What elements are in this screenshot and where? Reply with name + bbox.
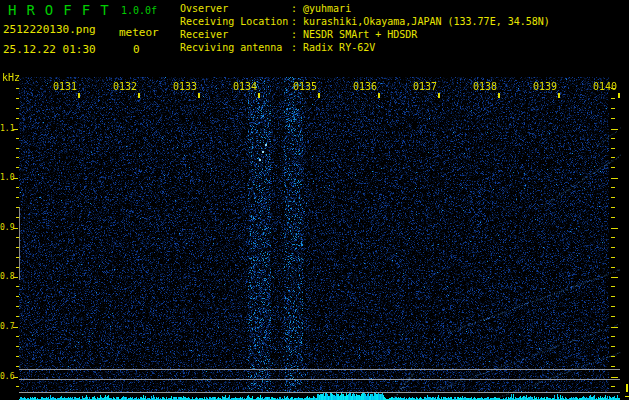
y-axis-minor-tick: [16, 316, 19, 317]
info-row-location: Receiving Location : kurashiki,Okayama,J…: [180, 16, 629, 29]
y-axis-minor-tick-right: [611, 306, 615, 307]
y-axis-minor-tick-right: [611, 336, 615, 337]
y-axis-minor-tick: [16, 88, 19, 89]
y-axis-minor-tick: [16, 356, 19, 357]
y-axis-minor-tick: [16, 386, 19, 387]
right-edge-mark: [626, 384, 628, 392]
x-axis-tick: [198, 93, 200, 98]
info-label: Receiving Location: [180, 16, 290, 27]
info-value: @yuhmari: [303, 3, 351, 14]
info-row-observer: Ovserver : @yuhmari: [180, 3, 629, 16]
x-axis-label: 0136: [352, 81, 378, 92]
info-value: NESDR SMArt + HDSDR: [303, 29, 417, 40]
info-row-receiver: Receiver : NESDR SMArt + HDSDR: [180, 29, 629, 42]
output-filename: 2512220130.png: [3, 23, 96, 36]
x-axis-tick: [498, 93, 500, 98]
y-axis-minor-tick-right: [611, 207, 615, 208]
y-axis-minor-tick-right: [611, 118, 615, 119]
x-axis-label: 0132: [112, 81, 138, 92]
y-axis-minor-tick-right: [611, 366, 615, 367]
y-axis-minor-tick: [16, 346, 19, 347]
y-axis-minor-tick: [16, 197, 19, 198]
y-axis-minor-tick: [16, 157, 19, 158]
x-axis-label: 0138: [472, 81, 498, 92]
x-axis-label: 0137: [412, 81, 438, 92]
y-axis-minor-tick-right: [611, 286, 615, 287]
x-axis-tick: [138, 93, 140, 98]
y-axis-label: 0.7: [0, 322, 14, 331]
info-label: Receiver: [180, 29, 290, 40]
y-axis-minor-tick-right: [611, 237, 615, 238]
y-axis-minor-tick-right: [611, 346, 615, 347]
y-axis-minor-tick: [16, 306, 19, 307]
y-axis-minor-tick-right: [611, 257, 615, 258]
info-colon: :: [291, 42, 297, 53]
y-axis-minor-tick-right: [611, 267, 615, 268]
x-axis-label: 0133: [172, 81, 198, 92]
observer-info: Ovserver : @yuhmari Receiving Location :…: [180, 3, 629, 55]
y-axis-major-tick: [13, 228, 18, 229]
y-axis-major-tick-right: [611, 228, 618, 229]
y-axis-unit-label: kHz: [2, 72, 20, 83]
y-axis-minor-tick-right: [611, 247, 615, 248]
y-axis-major-tick: [13, 327, 18, 328]
y-axis-label: 0.9: [0, 223, 14, 232]
y-axis-minor-tick: [16, 167, 19, 168]
info-label: Recviving antenna: [180, 42, 290, 53]
y-axis-minor-tick: [16, 336, 19, 337]
y-axis-label: 0.6: [0, 372, 14, 381]
y-axis-minor-tick: [16, 108, 19, 109]
y-axis-label: 1.1: [0, 124, 14, 133]
x-axis-tick: [438, 93, 440, 98]
x-axis-tick: [258, 93, 260, 98]
info-value: kurashiki,Okayama,JAPAN (133.77E, 34.58N…: [303, 16, 550, 27]
y-axis-minor-tick-right: [611, 138, 615, 139]
reference-line: [19, 379, 620, 380]
y-axis-label: 1.0: [0, 173, 14, 182]
y-axis-minor-tick-right: [611, 167, 615, 168]
y-axis-minor-tick: [16, 286, 19, 287]
x-axis-tick: [618, 93, 620, 98]
x-axis-label: 0131: [52, 81, 78, 92]
y-axis-minor-tick: [16, 187, 19, 188]
scale-bar: [19, 207, 20, 280]
observation-datetime: 25.12.22 01:30: [3, 43, 96, 56]
y-axis-minor-tick-right: [611, 157, 615, 158]
meteor-label: meteor: [119, 26, 159, 39]
y-axis-minor-tick: [16, 118, 19, 119]
y-axis-minor-tick: [16, 366, 19, 367]
y-axis-major-tick-right: [611, 327, 618, 328]
x-axis-tick: [378, 93, 380, 98]
x-axis-label: 0134: [232, 81, 258, 92]
x-axis-tick: [318, 93, 320, 98]
y-axis-major-tick: [13, 178, 18, 179]
x-axis-label: 0135: [292, 81, 318, 92]
info-value: Radix RY-62V: [303, 42, 375, 53]
y-axis-major-tick: [13, 277, 18, 278]
y-axis-minor-tick-right: [611, 187, 615, 188]
y-axis-major-tick: [13, 129, 18, 130]
x-axis-tick: [558, 93, 560, 98]
info-label: Ovserver: [180, 3, 290, 14]
y-axis-minor-tick: [16, 98, 19, 99]
meteor-count: 0: [133, 43, 140, 56]
x-axis-tick: [78, 93, 80, 98]
y-axis-minor-tick: [16, 138, 19, 139]
info-colon: :: [291, 3, 297, 14]
y-axis-label: 0.8: [0, 272, 14, 281]
y-axis-minor-tick-right: [611, 88, 615, 89]
x-axis-label: 0139: [532, 81, 558, 92]
spectrogram-canvas: [19, 77, 621, 400]
y-axis-minor-tick-right: [611, 197, 615, 198]
app-title: HROFFT: [8, 2, 119, 18]
y-axis-minor-tick-right: [611, 148, 615, 149]
y-axis-minor-tick-right: [611, 296, 615, 297]
y-axis-minor-tick-right: [611, 217, 615, 218]
y-axis-major-tick: [13, 377, 18, 378]
reference-line: [19, 369, 620, 370]
info-colon: :: [291, 16, 297, 27]
y-axis-major-tick-right: [611, 178, 618, 179]
hrofft-screen: HROFFT 1.0.0f 2512220130.png meteor 25.1…: [0, 0, 629, 400]
y-axis-minor-tick-right: [611, 316, 615, 317]
y-axis-minor-tick: [16, 296, 19, 297]
